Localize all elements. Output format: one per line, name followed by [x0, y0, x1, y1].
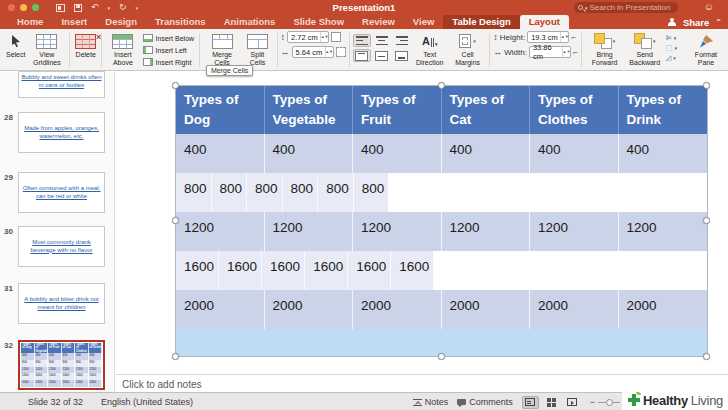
table-cell[interactable]: 1200 [442, 212, 531, 251]
table-cell[interactable]: 2000 [530, 290, 619, 329]
insert-below-button[interactable]: Insert Below [141, 33, 197, 43]
table-handle-top-right[interactable] [703, 82, 710, 89]
table-cell[interactable]: 800 [247, 173, 283, 212]
table-cell[interactable]: 400 [176, 134, 265, 173]
table-cell[interactable]: 1200 [176, 212, 265, 251]
table-cell[interactable]: 2000 [619, 290, 708, 329]
merge-cells-button[interactable]: Merge Cells [203, 31, 241, 67]
table-handle-bottom-left[interactable] [172, 353, 179, 360]
align-center-button[interactable] [373, 34, 391, 47]
align-right-button[interactable] [393, 34, 411, 47]
tab-transitions[interactable]: Transitions [146, 15, 215, 29]
share-button[interactable]: Share [683, 17, 709, 28]
slide-thumbnail-30[interactable]: Most commonly drank beverage with no fla… [18, 226, 105, 267]
delete-button[interactable]: × Delete [73, 31, 98, 60]
slide-sorter-view-button[interactable] [543, 396, 560, 409]
collapse-ribbon-icon[interactable]: ⌃ [715, 18, 722, 27]
notes-toggle-button[interactable]: Notes [413, 397, 449, 407]
height-field[interactable]: 19.3 cm ▲▼ [527, 31, 569, 43]
table-cell[interactable]: 1600 [176, 251, 219, 290]
slideshow-view-button[interactable] [564, 396, 581, 409]
table-header-cell[interactable]: Types of Fruit [353, 86, 442, 134]
column-width-field[interactable]: 5.64 cm ▲▼ [292, 46, 334, 58]
tab-layout[interactable]: Layout [520, 15, 569, 29]
distribute-rows-icon[interactable] [331, 32, 341, 42]
table-cell[interactable]: 1600 [262, 251, 305, 290]
language-indicator[interactable]: English (United States) [101, 397, 193, 407]
zoom-slider[interactable] [598, 402, 620, 403]
table-cell[interactable]: 1200 [619, 212, 708, 251]
table-cell[interactable]: 800 [318, 173, 354, 212]
tab-review[interactable]: Review [353, 15, 404, 29]
search-scope-caret-icon[interactable]: ▾ [585, 5, 588, 11]
slide-canvas[interactable]: Types of DogTypes of VegetableTypes of F… [116, 72, 728, 374]
table-cell[interactable]: 400 [619, 134, 708, 173]
table-cell[interactable]: 800 [212, 173, 248, 212]
cell-margins-button[interactable]: ▾ Cell Margins [449, 31, 486, 67]
table-cell[interactable]: 800 [354, 173, 389, 212]
normal-view-button[interactable] [522, 396, 539, 409]
column-width-stepper[interactable]: ▲▼ [325, 47, 333, 57]
table-handle-bottom-center[interactable] [438, 353, 445, 360]
align-left-button[interactable] [353, 34, 371, 47]
row-height-field[interactable]: 2.72 cm ▲▼ [287, 31, 329, 43]
align-middle-button[interactable] [373, 49, 391, 62]
table-handle-mid-left[interactable] [172, 217, 179, 224]
table-cell[interactable]: 2000 [176, 290, 265, 329]
table-cell[interactable]: 1200 [265, 212, 354, 251]
group-objects-button[interactable]: ⬚▾ [666, 44, 677, 52]
send-backward-button[interactable]: ▾ Send Backward [625, 31, 665, 67]
table-handle-top-left[interactable] [172, 82, 179, 89]
insert-above-button[interactable]: Insert Above [105, 31, 140, 67]
search-input[interactable]: ▾ Search in Presentation [574, 2, 678, 13]
width-field[interactable]: 33.86 cm ▲▼ [529, 46, 571, 58]
table-cell[interactable]: 1600 [391, 251, 433, 290]
table-cell[interactable]: 2000 [353, 290, 442, 329]
table-cell[interactable]: 1600 [305, 251, 348, 290]
bring-forward-button[interactable]: ▾ Bring Forward [585, 31, 625, 67]
slide-thumbnail-32[interactable]: Types of DogTypes of VegetableTypes of F… [18, 340, 105, 390]
row-height-stepper[interactable]: ▲▼ [320, 32, 328, 42]
text-direction-button[interactable]: A▾ Text Direction [411, 31, 449, 67]
height-stepper[interactable]: ▲▼ [560, 32, 568, 42]
table-cell[interactable]: 1200 [530, 212, 619, 251]
table-cell[interactable]: 400 [530, 134, 619, 173]
table-header-cell[interactable]: Types of Drink [619, 86, 708, 134]
width-stepper[interactable]: ▲▼ [562, 47, 570, 57]
slide-thumbnail-28[interactable]: Made from apples, oranges, watermelon, e… [18, 112, 105, 153]
view-gridlines-button[interactable]: View Gridlines [27, 31, 66, 67]
table-cell[interactable]: 800 [283, 173, 319, 212]
table-header-cell[interactable]: Types of Vegetable [265, 86, 354, 134]
insert-right-button[interactable]: Insert Right [141, 57, 197, 67]
slide-thumbnail-29[interactable]: Often consumed with a meal; can be red o… [18, 172, 105, 213]
table-header-cell[interactable]: Types of Dog [176, 86, 265, 134]
tab-slide-show[interactable]: Slide Show [284, 15, 353, 29]
align-bottom-button[interactable] [393, 49, 411, 62]
format-pane-button[interactable]: Format Pane [686, 31, 726, 67]
comments-toggle-button[interactable]: Comments [457, 397, 513, 407]
align-objects-button[interactable]: ⊫▾ [666, 34, 677, 42]
table-cell[interactable]: 1600 [219, 251, 262, 290]
table-cell[interactable]: 2000 [265, 290, 354, 329]
table-header-cell[interactable]: Types of Cat [442, 86, 531, 134]
tab-insert[interactable]: Insert [52, 15, 96, 29]
slide-thumbnail-31[interactable]: A bubbly and bitter drink not meant for … [18, 283, 105, 324]
tab-animations[interactable]: Animations [215, 15, 285, 29]
slide-table[interactable]: Types of DogTypes of VegetableTypes of F… [176, 86, 707, 356]
table-header-cell[interactable]: Types of Clothes [530, 86, 619, 134]
table-cell[interactable]: 800 [176, 173, 212, 212]
tab-home[interactable]: Home [8, 15, 52, 29]
select-button[interactable]: Select [4, 31, 27, 60]
split-cells-button[interactable]: Split Cells [241, 31, 273, 67]
tab-table-design[interactable]: Table Design [443, 15, 519, 29]
table-handle-bottom-right[interactable] [703, 353, 710, 360]
table-cell[interactable]: 400 [353, 134, 442, 173]
table-cell[interactable]: 1600 [348, 251, 391, 290]
table-cell[interactable]: 2000 [442, 290, 531, 329]
rotate-objects-button[interactable]: ◿▾ [666, 54, 677, 62]
table-handle-top-center[interactable] [438, 82, 445, 89]
tab-view[interactable]: View [404, 15, 443, 29]
table-handle-mid-right[interactable] [703, 217, 710, 224]
table-cell[interactable]: 400 [442, 134, 531, 173]
table-empty-selected-row[interactable] [176, 329, 707, 356]
